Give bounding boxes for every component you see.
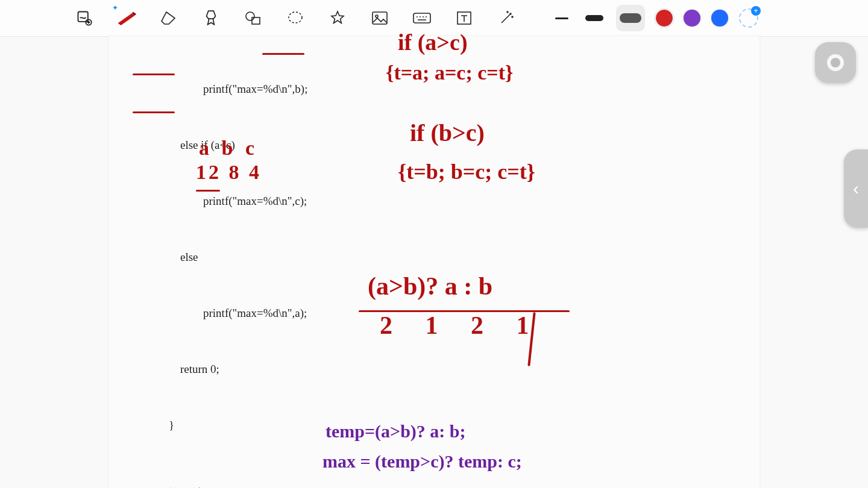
color-purple-swatch[interactable]: [684, 10, 700, 27]
run-result-label-1: 运行结果：: [169, 484, 699, 488]
hw-underline: [133, 111, 175, 113]
sticker-icon[interactable]: [327, 7, 348, 29]
hw-underline: [196, 190, 220, 192]
code-block-1: printf("max=%d\n",b); else if (a<c) prin…: [169, 42, 699, 472]
image-icon[interactable]: [369, 7, 391, 29]
hw-underline: [133, 74, 175, 75]
floating-controls: ‹: [815, 42, 868, 228]
stroke-medium-icon[interactable]: [583, 7, 605, 29]
keyboard-icon[interactable]: [411, 7, 433, 29]
eraser-icon[interactable]: [158, 7, 180, 29]
document-page: printf("max=%d\n",b); else if (a<c) prin…: [108, 36, 760, 488]
shapes-icon[interactable]: [242, 7, 264, 29]
stroke-thick-icon[interactable]: [616, 5, 645, 31]
code-line: printf("max=%d\n",c);: [169, 192, 699, 210]
svg-point-2: [246, 12, 254, 20]
svg-point-13: [831, 58, 840, 67]
assistive-touch-button[interactable]: [815, 42, 856, 83]
code-line: return 0;: [169, 360, 699, 378]
side-pull-tab[interactable]: ‹: [844, 149, 868, 228]
svg-rect-3: [252, 17, 260, 24]
text-tool-icon[interactable]: [453, 7, 475, 29]
add-color-icon[interactable]: [739, 8, 758, 28]
svg-rect-5: [373, 12, 387, 24]
toolbar: ✦: [0, 0, 868, 37]
tool-group-right: [551, 5, 861, 31]
pen-tool-icon[interactable]: ✦: [116, 7, 137, 29]
zoom-scribble-icon[interactable]: [74, 7, 95, 29]
svg-rect-7: [414, 13, 430, 23]
highlighter-icon[interactable]: [200, 7, 222, 29]
code-line: else if (a<c): [169, 136, 699, 154]
svg-point-9: [510, 13, 511, 14]
lasso-icon[interactable]: [285, 7, 306, 29]
svg-point-6: [376, 15, 378, 17]
color-red-swatch[interactable]: [656, 10, 673, 27]
wand-icon[interactable]: [495, 7, 517, 29]
tool-group-left: ✦: [7, 7, 546, 29]
stroke-thin-icon[interactable]: [551, 7, 573, 29]
svg-point-11: [507, 11, 508, 13]
code-line: printf("max=%d\n",a);: [169, 304, 699, 322]
bluetooth-icon: ✦: [112, 4, 118, 12]
hw-underline: [359, 310, 570, 312]
code-line: }: [169, 416, 699, 434]
code-line: else: [169, 248, 699, 266]
svg-point-4: [289, 12, 302, 23]
code-line: printf("max=%d\n",b);: [169, 80, 699, 98]
hw-underline: [262, 53, 304, 55]
color-blue-swatch[interactable]: [711, 10, 728, 27]
svg-point-10: [512, 16, 513, 17]
